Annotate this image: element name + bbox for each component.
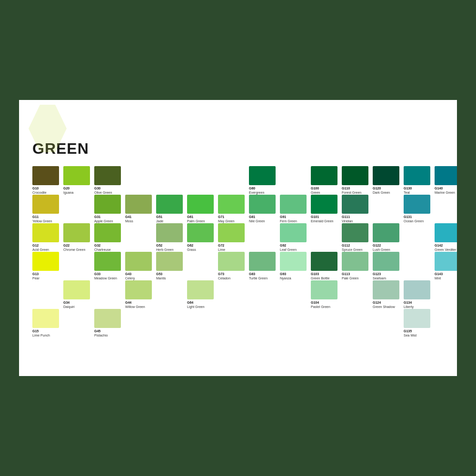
swatch-cell: [156, 166, 185, 194]
swatch-label: G41Moss: [125, 215, 133, 223]
swatch-label: G140Marine Green: [435, 186, 455, 195]
swatch-cell: G11Yellow Green: [32, 195, 61, 222]
swatch-cell: G34Daiquiri: [63, 280, 92, 308]
swatch-box: [249, 195, 276, 214]
swatch-box: [125, 195, 152, 214]
swatch-label: G131Ocean Green: [404, 215, 424, 223]
swatch-cell: [280, 280, 308, 308]
swatch-label: G53Mantis: [156, 272, 166, 280]
swatch-cell: G20Iguana: [63, 166, 92, 194]
swatch-box: [156, 195, 183, 214]
swatch-box: [63, 280, 90, 299]
swatch-label: G135Sea Mist: [404, 329, 416, 337]
swatch-cell: G110Forest Green: [342, 166, 370, 194]
swatch-label: G104Pastel Green: [311, 300, 330, 309]
swatch-cell: G111Viridian: [342, 195, 370, 222]
swatch-box: [342, 195, 368, 214]
swatch-label: G12Acid Green: [32, 243, 49, 252]
swatch-box: [218, 195, 245, 214]
swatch-label: G20Iguana: [63, 186, 73, 195]
swatch-cell: G43Celery: [125, 252, 154, 279]
swatch-label: G51Jade: [156, 215, 163, 223]
swatch-box: [32, 166, 59, 185]
swatch-label: G72Lime: [218, 243, 225, 252]
swatch-label: G44Willow Green: [125, 300, 145, 309]
swatch-cell: [280, 309, 308, 337]
swatch-box: [311, 280, 337, 299]
swatch-cell: [63, 195, 92, 222]
swatch-label: G91Fern Green: [280, 215, 297, 223]
swatch-cell: [404, 223, 432, 251]
swatch-box: [435, 223, 457, 242]
swatch-cell: [311, 309, 339, 337]
swatch-label: G124Green Shadow: [373, 300, 395, 309]
swatch-box: [342, 252, 368, 271]
color-column: G120Dark GreenG122Lush GreenG123SeafoamG…: [373, 166, 401, 337]
swatch-cell: [249, 309, 278, 337]
swatch-cell: G44Willow Green: [125, 280, 154, 308]
swatch-box: [94, 195, 121, 214]
swatch-cell: G41Moss: [125, 195, 154, 222]
swatch-label: G30Olive Green: [94, 186, 112, 195]
swatch-label: G31Apple Green: [94, 215, 113, 223]
swatch-box: [125, 252, 152, 271]
swatch-box: [187, 280, 214, 299]
swatch-cell: [435, 280, 457, 308]
swatch-cell: G130Teal: [404, 166, 432, 194]
swatch-cell: G83Turtle Green: [249, 252, 278, 279]
swatch-cell: G61Palm Green: [187, 195, 216, 222]
swatch-label: G101Emerald Green: [311, 215, 333, 223]
swatch-cell: G134Liberty: [404, 280, 432, 308]
swatch-box: [435, 252, 457, 271]
swatch-label: G122Lush Green: [373, 243, 390, 252]
color-column: G61Palm GreenG62GrassG64Light Green: [187, 166, 216, 337]
swatch-cell: G73Celadon: [218, 252, 247, 279]
swatch-box: [311, 166, 337, 185]
swatch-cell: [187, 309, 216, 337]
swatch-cell: G104Pastel Green: [311, 280, 339, 308]
swatch-cell: [218, 280, 247, 308]
color-column: G91Fern GreenG92Leaf GreenG93Nyanza: [280, 166, 308, 337]
swatch-cell: G10Crocodile: [32, 166, 61, 194]
swatch-label: G110Forest Green: [342, 186, 361, 195]
swatch-cell: G131Ocean Green: [404, 195, 432, 222]
swatch-box: [187, 223, 214, 242]
swatch-cell: G12Acid Green: [32, 223, 61, 251]
swatch-cell: G15Lime Punch: [32, 309, 61, 337]
swatch-cell: G64Light Green: [187, 280, 216, 308]
swatch-label: G123Seafoam: [373, 272, 386, 280]
swatch-label: G130Teal: [404, 186, 412, 195]
swatch-label: G120Dark Green: [373, 186, 390, 195]
swatch-label: G93Nyanza: [280, 272, 291, 280]
swatch-label: G83Turtle Green: [249, 272, 268, 280]
swatch-box: [249, 166, 276, 185]
swatch-label: G134Liberty: [404, 300, 414, 309]
swatch-cell: [404, 252, 432, 279]
swatch-box: [342, 166, 368, 185]
swatch-label: G32Chartreuse: [94, 243, 111, 252]
swatch-box: [125, 280, 152, 299]
swatch-cell: [94, 280, 123, 308]
swatch-box: [156, 252, 183, 271]
swatch-cell: G52Herb Green: [156, 223, 185, 251]
color-column: G51JadeG52Herb GreenG53Mantis: [156, 166, 185, 337]
swatch-label: G100Green: [311, 186, 320, 195]
watermark: [24, 105, 81, 157]
swatch-box: [404, 280, 430, 299]
swatch-cell: [373, 309, 401, 337]
color-column: G10CrocodileG11Yellow GreenG12Acid Green…: [32, 166, 61, 337]
swatch-box: [373, 166, 399, 185]
swatch-label: G111Viridian: [342, 215, 353, 223]
swatch-box: [63, 166, 90, 185]
swatch-cell: [342, 309, 370, 337]
color-column: G130TealG131Ocean GreenG134LibertyG135Se…: [404, 166, 432, 337]
swatch-cell: G53Mantis: [156, 252, 185, 279]
swatch-label: G81Nile Green: [249, 215, 265, 223]
swatch-cell: G45Pistachio: [94, 309, 123, 337]
swatch-box: [373, 223, 399, 242]
swatch-cell: G31Apple Green: [94, 195, 123, 222]
swatch-cell: G80Evergreen: [249, 166, 278, 194]
swatch-label: G52Herb Green: [156, 243, 174, 252]
color-column: G41MossG43CeleryG44Willow Green: [125, 166, 154, 337]
swatch-label: G15Lime Punch: [32, 329, 50, 337]
